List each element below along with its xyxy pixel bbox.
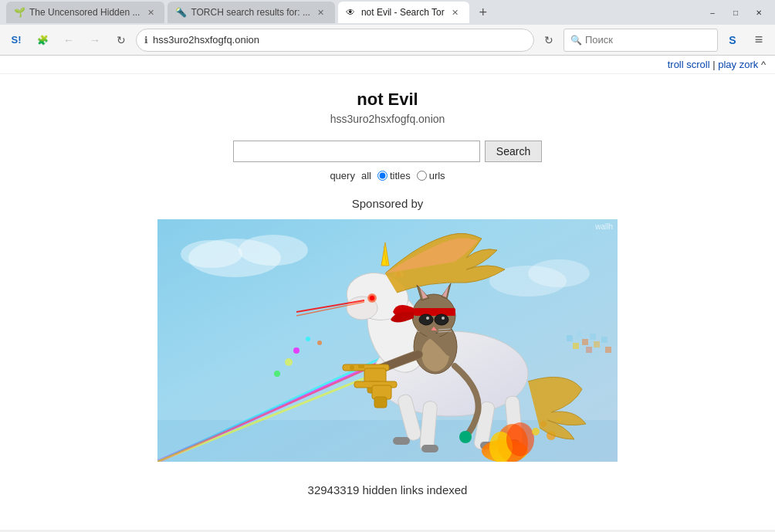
top-links-bar: troll scroll | play zork ^	[0, 56, 775, 74]
svg-point-5	[181, 240, 242, 268]
browser-logo[interactable]: S!	[5, 29, 28, 52]
tab3-favicon: 👁	[346, 7, 357, 18]
browser-search-bar[interactable]: 🔍	[563, 29, 718, 52]
play-zork-link[interactable]: play zork	[718, 59, 758, 70]
svg-point-7	[528, 259, 590, 287]
maximize-button[interactable]: □	[726, 5, 746, 20]
search-button[interactable]: Search	[485, 141, 542, 162]
svg-point-70	[317, 341, 322, 345]
search-input[interactable]	[233, 141, 480, 162]
titles-radio[interactable]	[377, 171, 388, 181]
profile-icon[interactable]: 🧩	[31, 29, 54, 52]
tab3-label: not Evil - Search Tor	[361, 7, 445, 18]
svg-rect-80	[605, 347, 611, 353]
svg-rect-78	[594, 341, 600, 347]
svg-point-37	[532, 428, 540, 435]
urls-radio[interactable]	[417, 171, 427, 181]
svg-point-71	[274, 371, 280, 377]
svg-point-49	[419, 314, 433, 325]
urls-label: urls	[429, 170, 445, 181]
tab2-close-icon[interactable]: ✕	[315, 6, 327, 19]
svg-rect-61	[358, 364, 364, 368]
svg-rect-65	[374, 397, 387, 408]
titles-label: titles	[390, 170, 411, 181]
tab-torch-search[interactable]: 🔦 TORCH search results for: ... ✕	[168, 2, 334, 23]
page-content: not Evil hss3uro2hsxfogfq.onion Search q…	[0, 74, 775, 530]
svg-rect-29	[393, 437, 410, 445]
address-bar[interactable]: ℹ	[136, 29, 534, 52]
window-controls: – □ ✕	[702, 5, 769, 20]
svg-point-67	[293, 347, 300, 354]
svg-point-66	[459, 431, 472, 443]
svg-rect-72	[567, 335, 573, 341]
query-label: query	[330, 170, 355, 181]
tab2-label: TORCH search results for: ...	[191, 7, 310, 18]
browser-chrome: 🌱 The Uncensored Hidden ... ✕ 🔦 TORCH se…	[0, 0, 775, 56]
site-domain: hss3uro2hsxfogfq.onion	[330, 113, 445, 125]
all-label: all	[361, 170, 371, 181]
svg-point-52	[442, 317, 445, 320]
tab3-close-icon[interactable]: ✕	[449, 6, 462, 19]
refresh-button[interactable]: ↻	[110, 29, 133, 52]
watermark: wallh	[595, 222, 613, 231]
search-form: Search	[233, 141, 542, 162]
svg-rect-77	[586, 347, 592, 353]
back-button[interactable]: ←	[57, 29, 80, 52]
info-icon[interactable]: ℹ	[144, 35, 148, 46]
tab-not-evil[interactable]: 👁 not Evil - Search Tor ✕	[338, 2, 469, 23]
search-options: query all titles urls	[330, 170, 445, 181]
svg-rect-75	[573, 343, 579, 349]
address-input[interactable]	[153, 34, 526, 46]
svg-point-68	[306, 337, 310, 341]
title-bar: 🌱 The Uncensored Hidden ... ✕ 🔦 TORCH se…	[0, 0, 775, 25]
site-title: not Evil	[357, 90, 418, 110]
troll-scroll-link[interactable]: troll scroll	[668, 59, 710, 70]
svg-point-22	[370, 296, 374, 300]
tab1-label: The Uncensored Hidden ...	[29, 7, 140, 18]
svg-rect-48	[414, 308, 455, 316]
tab1-favicon: 🌱	[14, 7, 25, 18]
titles-option[interactable]: titles	[377, 170, 411, 181]
svg-point-50	[435, 314, 448, 325]
svg-rect-30	[421, 445, 438, 452]
cat-unicorn-illustration	[157, 219, 618, 462]
nav-bar: S! 🧩 ← → ↻ ℹ ↻ 🔍 S ≡	[0, 25, 775, 56]
svg-point-69	[285, 358, 293, 366]
svg-rect-74	[582, 339, 588, 345]
search-icon: 🔍	[570, 35, 582, 46]
svg-rect-73	[576, 331, 582, 337]
tab2-favicon: 🔦	[175, 7, 186, 18]
svg-point-4	[239, 235, 308, 266]
minimize-button[interactable]: –	[702, 5, 723, 20]
menu-button[interactable]: ≡	[747, 29, 770, 52]
svg-point-62	[350, 365, 354, 370]
new-tab-button[interactable]: +	[472, 2, 494, 23]
reload-button[interactable]: ↻	[537, 29, 560, 52]
svg-point-36	[506, 422, 534, 456]
tab1-close-icon[interactable]: ✕	[144, 6, 157, 19]
browser-search-input[interactable]	[585, 34, 685, 46]
urls-option[interactable]: urls	[417, 170, 445, 181]
caret-icon: ^	[761, 59, 766, 70]
extensions-button[interactable]: S	[721, 29, 744, 52]
svg-point-51	[426, 317, 429, 320]
forward-button[interactable]: →	[83, 29, 107, 52]
tab-uncensored-hidden[interactable]: 🌱 The Uncensored Hidden ... ✕	[6, 2, 164, 23]
close-button[interactable]: ✕	[749, 5, 769, 20]
svg-rect-76	[590, 334, 596, 340]
stats-text: 32943319 hidden links indexed	[308, 483, 468, 496]
svg-rect-79	[601, 337, 607, 343]
sponsored-image: wallh	[157, 219, 618, 462]
sponsored-label: Sponsored by	[352, 197, 424, 210]
